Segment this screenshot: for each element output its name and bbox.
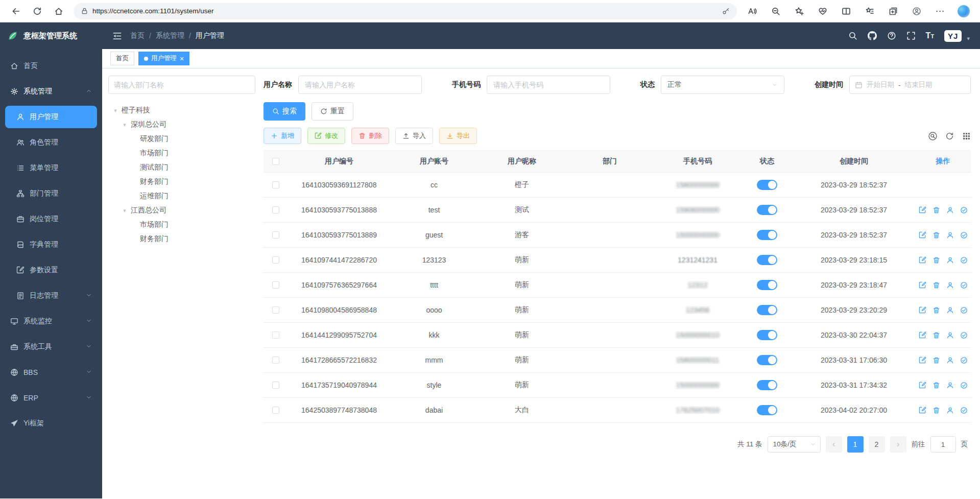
font-size-icon[interactable]: TT: [926, 31, 935, 40]
row-checkbox[interactable]: [272, 256, 279, 264]
reset-password-icon[interactable]: [946, 306, 954, 314]
delete-icon[interactable]: [933, 306, 940, 314]
status-toggle[interactable]: [757, 355, 777, 365]
sidebar-item-system-monitor[interactable]: 系统监控: [0, 308, 102, 334]
phone-input[interactable]: [487, 76, 610, 94]
edit-button[interactable]: 修改: [307, 128, 345, 144]
assign-role-icon[interactable]: [960, 281, 968, 289]
browser-more-menu-icon[interactable]: ⋯: [930, 3, 950, 19]
status-toggle[interactable]: [757, 205, 777, 215]
select-all-checkbox[interactable]: [272, 158, 279, 165]
assign-role-icon[interactable]: [960, 306, 968, 314]
favorites-add-icon[interactable]: [789, 3, 809, 19]
help-icon[interactable]: [887, 31, 896, 40]
reset-password-icon[interactable]: [946, 206, 954, 214]
delete-icon[interactable]: [933, 357, 940, 364]
reset-password-icon[interactable]: [946, 331, 954, 339]
add-button[interactable]: 新增: [264, 128, 301, 144]
assign-role-icon[interactable]: [960, 206, 968, 214]
reset-password-icon[interactable]: [946, 231, 954, 239]
delete-icon[interactable]: [933, 206, 940, 214]
sidebar-item-post-management[interactable]: 岗位管理: [0, 206, 102, 232]
delete-icon[interactable]: [933, 231, 940, 239]
next-page-button[interactable]: ›: [890, 436, 906, 453]
tree-node-dept[interactable]: 财务部门: [108, 175, 255, 189]
caret-down-icon[interactable]: ▾: [121, 122, 129, 128]
date-range-picker[interactable]: 开始日期 - 结束日期: [849, 76, 971, 94]
sidebar-item-home[interactable]: 首页: [0, 53, 102, 79]
browser-essentials-icon[interactable]: [812, 3, 833, 19]
search-button[interactable]: 搜索: [264, 102, 305, 121]
browser-refresh-button[interactable]: [28, 3, 47, 19]
status-toggle[interactable]: [757, 230, 777, 240]
row-checkbox[interactable]: [272, 281, 279, 289]
status-toggle[interactable]: [757, 280, 777, 290]
sidebar-item-bbs[interactable]: BBS: [0, 360, 102, 385]
refresh-table-icon[interactable]: [945, 132, 954, 140]
close-icon[interactable]: ×: [180, 55, 184, 62]
import-button[interactable]: 导入: [395, 128, 433, 144]
edit-icon[interactable]: [919, 231, 926, 239]
status-toggle[interactable]: [757, 255, 777, 265]
user-avatar[interactable]: YJ: [944, 30, 962, 42]
fullscreen-icon[interactable]: [906, 31, 916, 40]
collections-icon[interactable]: [883, 3, 903, 19]
column-settings-icon[interactable]: [962, 132, 971, 140]
browser-home-button[interactable]: [49, 3, 68, 19]
row-checkbox[interactable]: [272, 357, 279, 364]
dept-search-input[interactable]: [114, 81, 250, 89]
url-text[interactable]: https://ccnetcore.com:1101/system/user: [92, 7, 718, 15]
goto-page-input[interactable]: [930, 436, 956, 453]
page-button-1[interactable]: 1: [847, 436, 864, 453]
browser-profile-avatar[interactable]: [906, 3, 927, 19]
zoom-out-icon[interactable]: [766, 3, 786, 19]
sidebar-item-user-management[interactable]: 用户管理: [5, 106, 97, 128]
tree-node-root[interactable]: ▾ 橙子科技: [108, 103, 255, 117]
assign-role-icon[interactable]: [960, 357, 968, 364]
sidebar-item-yi-framework[interactable]: Yi框架: [0, 411, 102, 436]
sidebar-item-erp[interactable]: ERP: [0, 385, 102, 411]
toggle-search-icon[interactable]: [928, 132, 937, 140]
sidebar-item-system-tools[interactable]: 系统工具: [0, 334, 102, 360]
reset-password-icon[interactable]: [946, 382, 954, 389]
tree-node-branch[interactable]: ▾ 深圳总公司: [108, 117, 255, 132]
delete-icon[interactable]: [933, 407, 940, 414]
tree-node-dept[interactable]: 市场部门: [108, 218, 255, 232]
page-button-2[interactable]: 2: [869, 436, 885, 453]
row-checkbox[interactable]: [272, 382, 279, 389]
breadcrumb-home[interactable]: 首页: [130, 31, 145, 40]
status-select[interactable]: 正常: [661, 76, 784, 94]
sidebar-item-dict-management[interactable]: 字典管理: [0, 232, 102, 257]
github-icon[interactable]: [868, 31, 877, 40]
row-checkbox[interactable]: [272, 231, 279, 239]
status-toggle[interactable]: [757, 180, 777, 190]
status-toggle[interactable]: [757, 330, 777, 340]
sidebar-item-log-management[interactable]: 日志管理: [0, 283, 102, 308]
tree-node-dept[interactable]: 测试部门: [108, 160, 255, 175]
tree-node-dept[interactable]: 财务部门: [108, 232, 255, 246]
edit-icon[interactable]: [919, 206, 926, 214]
edit-icon[interactable]: [919, 382, 926, 389]
tree-node-dept[interactable]: 研发部门: [108, 132, 255, 146]
delete-icon[interactable]: [933, 331, 940, 339]
edit-icon[interactable]: [919, 331, 926, 339]
status-toggle[interactable]: [757, 380, 777, 390]
edit-icon[interactable]: [919, 306, 926, 314]
caret-down-icon[interactable]: ▾: [111, 107, 119, 114]
edit-icon[interactable]: [919, 357, 926, 364]
row-checkbox[interactable]: [272, 331, 279, 339]
assign-role-icon[interactable]: [960, 231, 968, 239]
tab-home[interactable]: 首页: [110, 52, 134, 65]
sidebar-collapse-icon[interactable]: [112, 31, 122, 41]
breadcrumb-system[interactable]: 系统管理: [156, 31, 184, 40]
edit-icon[interactable]: [919, 281, 926, 289]
assign-role-icon[interactable]: [960, 256, 968, 264]
row-checkbox[interactable]: [272, 306, 279, 314]
sidebar-item-menu-management[interactable]: 菜单管理: [0, 155, 102, 181]
reset-password-icon[interactable]: [946, 281, 954, 289]
assign-role-icon[interactable]: [960, 407, 968, 414]
assign-role-icon[interactable]: [960, 382, 968, 389]
assign-role-icon[interactable]: [960, 331, 968, 339]
delete-icon[interactable]: [933, 382, 940, 389]
password-key-icon[interactable]: [722, 7, 730, 15]
